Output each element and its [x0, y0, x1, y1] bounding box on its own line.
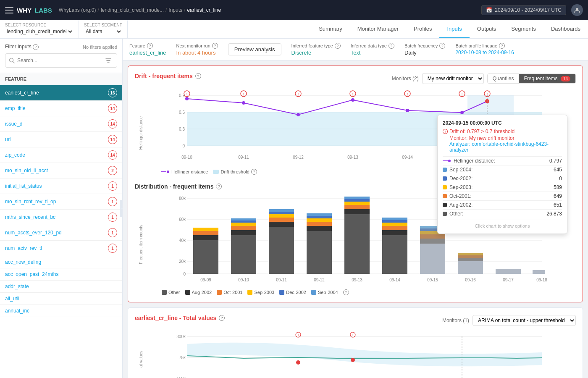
total-values-help[interactable]: ?: [219, 315, 225, 321]
logo: WHYLABS: [17, 7, 52, 14]
feature-item-num_accts_ever_120_pd[interactable]: num_accts_ever_120_pd1: [0, 225, 122, 241]
feature-item-num_actv_rev_tl[interactable]: num_actv_rev_tl1: [0, 241, 122, 256]
feature-name-all_util[interactable]: all_util: [5, 296, 19, 302]
feature-name-mths_since_recent_bc[interactable]: mths_since_recent_bc: [5, 214, 55, 220]
feature-item-mo_sin_old_il_acct[interactable]: mo_sin_old_il_acct2: [0, 163, 122, 178]
batch-freq-help[interactable]: ?: [439, 43, 445, 49]
feature-name-mo_sin_rcnt_rev_tl_op[interactable]: mo_sin_rcnt_rev_tl_op: [5, 199, 56, 205]
legend-sep2004: Sep-2004: [311, 290, 338, 295]
tab-segments[interactable]: Segments: [504, 20, 543, 38]
filter-label: Filter Inputs ?: [5, 44, 39, 50]
tooltip-alert-text: Drift of: 0.797 > 0.7 threshold: [449, 129, 514, 134]
distribution-legend-help[interactable]: ?: [343, 289, 349, 295]
sep2004-swatch: [311, 290, 316, 295]
feature-item-acc_now_deling[interactable]: acc_now_deling: [0, 256, 122, 268]
sidebar-collapse-handle[interactable]: [120, 200, 123, 217]
svg-rect-79: [344, 214, 370, 274]
hamburger-menu[interactable]: [5, 7, 13, 13]
tab-outputs[interactable]: Outputs: [470, 20, 504, 38]
inferred-feature-label: Inferred feature type ?: [291, 43, 341, 49]
tab-monitor-manager[interactable]: Monitor Manager: [350, 20, 406, 38]
resource-select[interactable]: lending_club_credit_model: [5, 27, 74, 36]
freq-items-badge: 14: [561, 76, 570, 81]
tab-profiles[interactable]: Profiles: [406, 20, 439, 38]
svg-text:40k: 40k: [179, 238, 186, 243]
feature-name-num_actv_rev_tl[interactable]: num_actv_rev_tl: [5, 245, 42, 251]
svg-rect-78: [307, 213, 332, 216]
feature-name-earliest_cr_line[interactable]: earliest_cr_line: [5, 90, 39, 96]
feature-name-annual_inc[interactable]: annual_inc: [5, 308, 29, 314]
filter-help-icon[interactable]: ?: [33, 44, 39, 50]
tooltip-hellinger-key: Hellinger distance:: [443, 158, 495, 164]
total-monitor-select[interactable]: ARIMA on total count - upper threshold: [472, 315, 576, 326]
preview-analysis-button[interactable]: Preview analysis: [228, 43, 281, 55]
distribution-help-icon[interactable]: ?: [216, 184, 222, 189]
feature-item-earliest_cr_line[interactable]: earliest_cr_line16: [0, 85, 122, 101]
feature-name-emp_title[interactable]: emp_title: [5, 105, 26, 111]
segment-select[interactable]: All data: [84, 27, 122, 36]
feature-item-zip_code[interactable]: zip_code14: [0, 147, 122, 163]
svg-rect-99: [458, 255, 483, 258]
feature-item-mths_since_recent_bc[interactable]: mths_since_recent_bc1: [0, 210, 122, 225]
feature-info: Feature ? earliest_cr_line: [129, 43, 166, 56]
batch-profile-value[interactable]: 2020-10-08 to 2024-09-16: [455, 50, 514, 55]
search-input[interactable]: [17, 58, 101, 63]
feature-name-url[interactable]: url: [5, 136, 10, 142]
tab-summary[interactable]: Summary: [311, 20, 350, 38]
feature-name-mo_sin_old_il_acct[interactable]: mo_sin_old_il_acct: [5, 168, 48, 173]
date-range-label: 2024/09/10 - 2024/09/17 UTC: [495, 7, 562, 13]
breadcrumb-model[interactable]: lending_club_credit_mode...: [101, 7, 164, 13]
svg-text:09-14: 09-14: [389, 278, 400, 282]
feature-help-icon[interactable]: ?: [147, 43, 153, 49]
sep2003-label: Sep-2003: [254, 290, 274, 295]
inferred-data-label: Inferred data type ?: [351, 43, 394, 49]
tab-dashboards[interactable]: Dashboards: [543, 20, 588, 38]
feature-name-acc_open_past_24mths[interactable]: acc_open_past_24mths: [5, 271, 58, 277]
batch-profile-help[interactable]: ?: [499, 43, 505, 49]
quantiles-tab[interactable]: Quantiles: [488, 74, 519, 83]
tooltip-monitor: Monitor: My new drift monitor: [449, 135, 562, 141]
svg-text:09-10: 09-10: [238, 278, 249, 282]
filter-toggle-button[interactable]: [103, 55, 113, 66]
breadcrumb-inputs[interactable]: Inputs: [168, 7, 182, 13]
batch-profile-info: Batch profile lineage ? 2020-10-08 to 20…: [455, 43, 514, 55]
feature-item-annual_inc[interactable]: annual_inc: [0, 305, 122, 317]
svg-rect-88: [382, 223, 407, 226]
total-values-svg-container[interactable]: 300k 75k -150k: [147, 331, 576, 378]
drift-threshold-help[interactable]: ?: [251, 169, 257, 175]
feature-name-zip_code[interactable]: zip_code: [5, 152, 25, 158]
feature-item-url[interactable]: url14: [0, 132, 122, 147]
user-avatar[interactable]: [571, 4, 583, 16]
monitor-select[interactable]: My new drift monitor: [422, 73, 484, 84]
feature-header: Feature: [0, 73, 122, 85]
drift-chart-header: Drift - frequent items ? Monitors (2) My…: [135, 73, 576, 84]
inferred-feature-help[interactable]: ?: [335, 43, 341, 49]
svg-rect-90: [382, 218, 407, 220]
feature-item-all_util[interactable]: all_util: [0, 293, 122, 305]
feature-item-mo_sin_rcnt_rev_tl_op[interactable]: mo_sin_rcnt_rev_tl_op1: [0, 194, 122, 210]
date-range-picker[interactable]: 📅 2024/09/10 - 2024/09/17 UTC: [481, 5, 566, 15]
feature-item-issue_d[interactable]: issue_d14: [0, 116, 122, 132]
segment-label: Select segment: [84, 23, 122, 27]
next-run-help-icon[interactable]: ?: [212, 43, 218, 49]
feature-item-initial_list_status[interactable]: initial_list_status1: [0, 178, 122, 194]
feature-item-addr_state[interactable]: addr_state: [0, 281, 122, 293]
tab-inputs[interactable]: Inputs: [439, 20, 469, 38]
svg-rect-74: [307, 226, 332, 231]
feature-name-num_accts_ever_120_pd[interactable]: num_accts_ever_120_pd: [5, 230, 62, 236]
svg-rect-85: [382, 235, 407, 274]
feature-item-acc_open_past_24mths[interactable]: acc_open_past_24mths: [0, 268, 122, 281]
feature-name-initial_list_status[interactable]: initial_list_status: [5, 183, 42, 189]
feature-name-addr_state[interactable]: addr_state: [5, 284, 29, 289]
drift-help-icon[interactable]: ?: [195, 73, 201, 79]
breadcrumb-org[interactable]: WhyLabs (org:0): [59, 7, 96, 13]
feature-name-issue_d[interactable]: issue_d: [5, 121, 22, 127]
next-run-label: Next monitor run ?: [176, 43, 218, 49]
feature-item-emp_title[interactable]: emp_title14: [0, 101, 122, 116]
feature-name-acc_now_deling[interactable]: acc_now_deling: [5, 259, 41, 265]
frequent-items-tab[interactable]: Frequent items 14: [519, 74, 575, 83]
legend-other: Other: [162, 290, 180, 295]
other-swatch: [162, 290, 167, 295]
no-filters-label: No filters applied: [83, 45, 117, 50]
inferred-data-help[interactable]: ?: [388, 43, 394, 49]
